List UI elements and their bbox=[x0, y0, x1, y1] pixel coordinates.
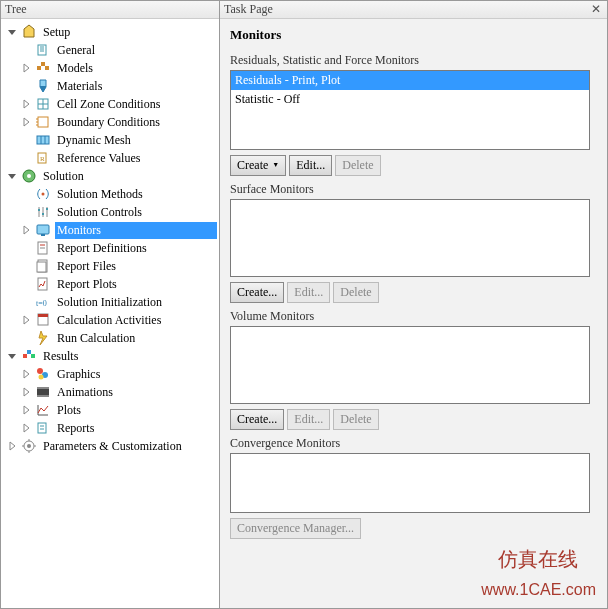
tree-label[interactable]: Solution Initialization bbox=[55, 294, 217, 311]
convergence-listbox[interactable] bbox=[230, 453, 590, 513]
task-panel: Task Page ✕ Monitors Residuals, Statisti… bbox=[220, 1, 607, 608]
svg-rect-37 bbox=[27, 350, 31, 354]
expand-icon[interactable] bbox=[21, 315, 31, 325]
surface-label: Surface Monitors bbox=[230, 182, 597, 197]
tree-item-models[interactable]: Models bbox=[3, 59, 219, 77]
tree-label[interactable]: Calculation Activities bbox=[55, 312, 217, 329]
list-item[interactable]: Residuals - Print, Plot bbox=[231, 71, 589, 90]
tree-item-plots[interactable]: Plots bbox=[3, 401, 219, 419]
reportfile-icon bbox=[35, 258, 51, 274]
anim-icon bbox=[35, 384, 51, 400]
volume-listbox[interactable] bbox=[230, 326, 590, 404]
tree-item-setup[interactable]: Setup bbox=[3, 23, 219, 41]
collapse-icon[interactable] bbox=[7, 27, 17, 37]
mesh-icon bbox=[35, 132, 51, 148]
tree-item-parameters-customization[interactable]: Parameters & Customization bbox=[3, 437, 219, 455]
tree-label[interactable]: Reports bbox=[55, 420, 217, 437]
expand-icon[interactable] bbox=[21, 369, 31, 379]
solution-icon bbox=[21, 168, 37, 184]
expand-icon[interactable] bbox=[21, 117, 31, 127]
tree-item-reports[interactable]: Reports bbox=[3, 419, 219, 437]
close-icon[interactable]: ✕ bbox=[589, 2, 603, 17]
tree-item-solution-initialization[interactable]: t=0Solution Initialization bbox=[3, 293, 219, 311]
expand-icon[interactable] bbox=[21, 63, 31, 73]
tree-item-general[interactable]: General bbox=[3, 41, 219, 59]
expand-icon[interactable] bbox=[21, 225, 31, 235]
tree-label[interactable]: Cell Zone Conditions bbox=[55, 96, 217, 113]
tree-label[interactable]: Solution Controls bbox=[55, 204, 217, 221]
list-item[interactable]: Statistic - Off bbox=[231, 90, 589, 109]
tree-item-animations[interactable]: Animations bbox=[3, 383, 219, 401]
expand-icon[interactable] bbox=[21, 99, 31, 109]
svg-point-51 bbox=[27, 444, 31, 448]
task-title-header: Task Page bbox=[224, 2, 273, 17]
expand-icon[interactable] bbox=[21, 405, 31, 415]
tree-label[interactable]: Solution bbox=[41, 168, 217, 185]
tree-label[interactable]: General bbox=[55, 42, 217, 59]
svg-rect-32 bbox=[38, 278, 47, 290]
tree-item-report-plots[interactable]: Report Plots bbox=[3, 275, 219, 293]
tree-label[interactable]: Results bbox=[41, 348, 217, 365]
tree-item-materials[interactable]: Materials bbox=[3, 77, 219, 95]
results-icon bbox=[21, 348, 37, 364]
tree-body[interactable]: SetupGeneralModelsMaterialsCell Zone Con… bbox=[1, 19, 219, 608]
tree-label[interactable]: Report Files bbox=[55, 258, 217, 275]
tree-label[interactable]: Models bbox=[55, 60, 217, 77]
tree-label[interactable]: Run Calculation bbox=[55, 330, 217, 347]
chevron-down-icon: ▼ bbox=[272, 162, 279, 169]
monitors-icon bbox=[35, 222, 51, 238]
residuals-create-button[interactable]: Create ▼ bbox=[230, 155, 286, 176]
collapse-icon[interactable] bbox=[7, 171, 17, 181]
residuals-listbox[interactable]: Residuals - Print, Plot Statistic - Off bbox=[230, 70, 590, 150]
tree-header: Tree bbox=[1, 1, 219, 19]
materials-icon bbox=[35, 78, 51, 94]
tree-label[interactable]: Animations bbox=[55, 384, 217, 401]
convergence-label: Convergence Monitors bbox=[230, 436, 597, 451]
tree-title: Tree bbox=[5, 2, 27, 17]
tree-item-reference-values[interactable]: RReference Values bbox=[3, 149, 219, 167]
tree-item-report-files[interactable]: Report Files bbox=[3, 257, 219, 275]
residuals-edit-button[interactable]: Edit... bbox=[289, 155, 332, 176]
svg-text:R: R bbox=[40, 155, 45, 163]
tree-label[interactable]: Setup bbox=[41, 24, 217, 41]
tree-item-boundary-conditions[interactable]: Boundary Conditions bbox=[3, 113, 219, 131]
tree-label[interactable]: Plots bbox=[55, 402, 217, 419]
tree-item-calculation-activities[interactable]: Calculation Activities bbox=[3, 311, 219, 329]
tree-label[interactable]: Graphics bbox=[55, 366, 217, 383]
tree-label[interactable]: Report Definitions bbox=[55, 240, 217, 257]
tree-label[interactable]: Reference Values bbox=[55, 150, 217, 167]
expand-icon[interactable] bbox=[21, 387, 31, 397]
reportplot-icon bbox=[35, 276, 51, 292]
graphics-icon bbox=[35, 366, 51, 382]
tree-label[interactable]: Dynamic Mesh bbox=[55, 132, 217, 149]
tree-item-graphics[interactable]: Graphics bbox=[3, 365, 219, 383]
volume-delete-button: Delete bbox=[333, 409, 378, 430]
page-title: Monitors bbox=[230, 27, 597, 43]
tree-item-solution-methods[interactable]: Solution Methods bbox=[3, 185, 219, 203]
surface-listbox[interactable] bbox=[230, 199, 590, 277]
collapse-icon[interactable] bbox=[7, 351, 17, 361]
expand-icon[interactable] bbox=[7, 441, 17, 451]
surface-create-button[interactable]: Create... bbox=[230, 282, 284, 303]
tree-label[interactable]: Monitors bbox=[55, 222, 217, 239]
expand-icon[interactable] bbox=[21, 423, 31, 433]
tree-label[interactable]: Parameters & Customization bbox=[41, 438, 217, 455]
tree-item-report-definitions[interactable]: Report Definitions bbox=[3, 239, 219, 257]
tree-label[interactable]: Materials bbox=[55, 78, 217, 95]
surface-delete-button: Delete bbox=[333, 282, 378, 303]
tree-label[interactable]: Report Plots bbox=[55, 276, 217, 293]
tree-item-solution[interactable]: Solution bbox=[3, 167, 219, 185]
calcact-icon bbox=[35, 312, 51, 328]
tree-item-results[interactable]: Results bbox=[3, 347, 219, 365]
tree-label[interactable]: Boundary Conditions bbox=[55, 114, 217, 131]
models-icon bbox=[35, 60, 51, 76]
tree-item-solution-controls[interactable]: Solution Controls bbox=[3, 203, 219, 221]
svg-rect-26 bbox=[41, 234, 45, 236]
tree-item-dynamic-mesh[interactable]: Dynamic Mesh bbox=[3, 131, 219, 149]
tree-label[interactable]: Solution Methods bbox=[55, 186, 217, 203]
ref-icon: R bbox=[35, 150, 51, 166]
tree-item-cell-zone-conditions[interactable]: Cell Zone Conditions bbox=[3, 95, 219, 113]
tree-item-run-calculation[interactable]: Run Calculation bbox=[3, 329, 219, 347]
volume-create-button[interactable]: Create... bbox=[230, 409, 284, 430]
tree-item-monitors[interactable]: Monitors bbox=[3, 221, 219, 239]
